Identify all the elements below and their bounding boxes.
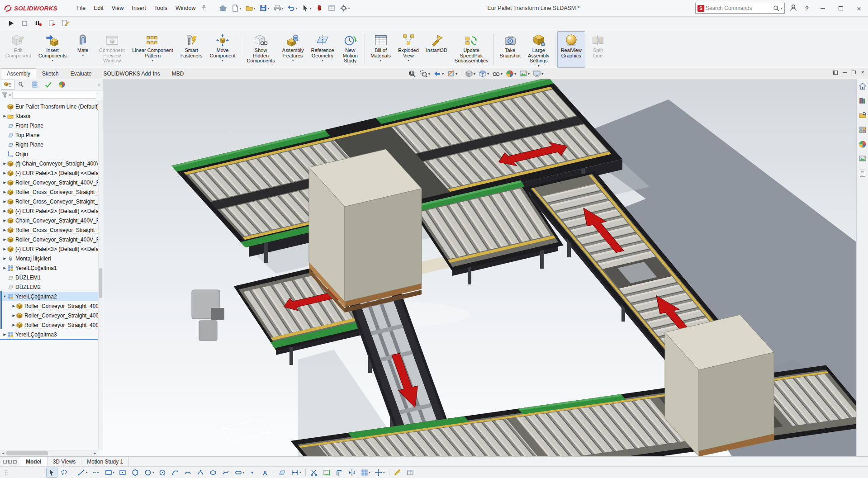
task-pane-tab[interactable] — [859, 140, 867, 150]
dropdown-caret-icon[interactable]: ▾ — [408, 59, 409, 62]
toolbar-button[interactable] — [346, 468, 358, 478]
3d-model-canvas[interactable] — [103, 79, 856, 456]
filter-funnel-icon[interactable] — [2, 92, 8, 98]
tree-item[interactable]: Front Plane — [0, 121, 98, 130]
tree-item[interactable]: ▶ YerelLÇoğaltma1 — [0, 263, 98, 273]
tree-item[interactable]: ▶ Roller_Cross_Conveyor_Straight_4 — [0, 225, 98, 235]
tree-item[interactable]: Right Plane — [0, 140, 98, 149]
ribbon-button[interactable]: Linear Component Pattern ▾ — [128, 31, 177, 68]
expand-arrow-icon[interactable]: ▶ — [2, 256, 7, 260]
toolbar-drag-handle[interactable] — [5, 469, 8, 476]
tree-item[interactable]: ▶ Roller_Conveyor_Straight_400 — [0, 320, 98, 330]
dropdown-caret-icon[interactable]: ▾ — [292, 59, 294, 62]
quick-tool-button[interactable]: ▾ — [244, 3, 257, 13]
tree-item[interactable]: ▶ (-) EUR Palet<1> (Default) <<Defa — [0, 168, 98, 178]
heads-up-button[interactable]: ▾ — [420, 70, 430, 78]
tree-item[interactable]: Top Plane — [0, 130, 98, 140]
scroll-left-arrow[interactable]: ◄ — [1, 451, 5, 455]
toolbar-button[interactable] — [59, 468, 70, 478]
tree-item[interactable]: ▶ Klasör — [0, 111, 98, 121]
dropdown-caret-icon[interactable]: ▾ — [514, 72, 516, 76]
account-icon[interactable] — [788, 4, 798, 13]
heads-up-button[interactable]: ▾ — [447, 70, 457, 78]
macro-button[interactable] — [62, 19, 69, 27]
dropdown-caret-icon[interactable]: ▾ — [348, 6, 350, 10]
minimize-button[interactable] — [816, 2, 830, 14]
expand-arrow-icon[interactable]: ▶ — [2, 171, 7, 175]
toolbar-button[interactable] — [305, 469, 306, 476]
dropdown-caret-icon[interactable]: ▾ — [310, 6, 312, 10]
quick-tool-button[interactable]: ▾ — [272, 3, 285, 13]
toolbar-button[interactable] — [90, 468, 102, 478]
dropdown-caret-icon[interactable]: ▾ — [240, 6, 242, 10]
document-tab[interactable]: Model — [20, 457, 47, 466]
heads-up-button[interactable]: ▾ — [479, 70, 489, 78]
heads-up-button[interactable] — [461, 70, 461, 77]
split-pane-icon[interactable] — [3, 460, 7, 464]
tree-item[interactable]: ▶ (f) Chain_Conveyor_Straight_400V — [0, 159, 98, 168]
macro-button[interactable] — [7, 19, 15, 27]
document-tab[interactable]: Motion Study 1 — [81, 457, 129, 466]
quick-tool-button[interactable] — [314, 3, 325, 13]
toolbar-button[interactable]: ▾ — [289, 468, 303, 478]
expand-arrow-icon[interactable]: ▶ — [2, 266, 7, 270]
ribbon-button[interactable]: Assembly Features ▾ — [279, 31, 308, 68]
toolbar-button[interactable] — [308, 468, 320, 478]
tree-item[interactable]: DÜZLEM2 — [0, 282, 98, 292]
toolbar-button[interactable] — [277, 468, 288, 478]
toolbar-button[interactable] — [274, 469, 274, 476]
ribbon-button[interactable] — [555, 34, 555, 65]
tree-item[interactable]: ▼ YerelLÇoğaltma2 — [0, 292, 98, 301]
toolbar-button[interactable] — [195, 468, 206, 478]
toolbar-button[interactable] — [260, 468, 271, 478]
doc-close-icon[interactable]: × — [861, 70, 864, 75]
filter-field[interactable] — [12, 92, 96, 99]
dropdown-caret-icon[interactable]: ▾ — [474, 72, 475, 76]
expand-arrow-icon[interactable]: ▶ — [11, 313, 16, 317]
tree-item[interactable]: ▶ Roller_Cross_Conveyor_Straight_4 — [0, 197, 98, 206]
ribbon-button[interactable]: Take Snapshot — [496, 31, 524, 68]
toolbar-button[interactable]: ▾ — [76, 468, 89, 478]
ribbon-button[interactable]: Bill of Materials ▾ — [367, 31, 394, 68]
search-input[interactable] — [706, 5, 772, 11]
panel-tab[interactable] — [42, 80, 55, 90]
task-pane-tab[interactable] — [859, 155, 867, 165]
toolbar-button[interactable] — [73, 469, 73, 476]
quick-tool-button[interactable]: ▾ — [258, 3, 271, 13]
tree-vertical-scrollbar[interactable] — [98, 101, 103, 450]
ribbon-button[interactable]: Insert Components ▾ — [35, 31, 70, 68]
tree-item[interactable]: ▶ YerelLÇoğaltma3 — [0, 330, 98, 339]
toolbar-button[interactable]: ▾ — [103, 468, 116, 478]
tree-item[interactable]: ▶ Roller_Conveyor_Straight_400 — [0, 301, 98, 311]
macro-button[interactable] — [34, 19, 42, 27]
dropdown-caret-icon[interactable]: ▾ — [528, 72, 530, 76]
expand-arrow-icon[interactable]: ▶ — [2, 218, 7, 222]
tree-item[interactable]: Orijin — [0, 149, 98, 159]
ribbon-button[interactable]: Update SpeedPak Subassemblies — [451, 31, 492, 68]
ribbon-button[interactable]: RealView Graphics — [557, 31, 585, 68]
menu-item[interactable]: Window — [171, 3, 199, 13]
toolbar-button[interactable] — [130, 468, 141, 478]
panel-tab[interactable] — [14, 80, 28, 90]
dropdown-caret-icon[interactable]: ▾ — [428, 72, 430, 76]
macro-button[interactable] — [48, 19, 56, 27]
task-pane-tab[interactable] — [859, 82, 867, 92]
command-tab[interactable]: MBD — [166, 68, 190, 79]
command-tab[interactable]: SOLIDWORKS Add-Ins — [97, 68, 166, 79]
dropdown-caret-icon[interactable]: ▾ — [82, 54, 84, 57]
search-caret-icon[interactable]: ▾ — [781, 6, 783, 10]
dropdown-caret-icon[interactable]: ▾ — [152, 59, 153, 62]
ribbon-button[interactable]: Component Preview Window — [95, 31, 128, 68]
toolbar-button[interactable] — [157, 468, 168, 478]
dropdown-caret-icon[interactable]: ▾ — [268, 6, 270, 10]
quick-tool-button[interactable]: ▾ — [338, 3, 351, 13]
dropdown-caret-icon[interactable]: ▾ — [254, 6, 256, 10]
ribbon-button[interactable]: Mate ▾ — [70, 31, 95, 68]
task-pane-tab[interactable] — [859, 126, 867, 136]
menu-item[interactable]: Tools — [150, 3, 171, 13]
panel-tab[interactable] — [28, 80, 42, 90]
expand-arrow-icon[interactable]: ▶ — [2, 161, 7, 166]
toolbar-button[interactable] — [46, 468, 57, 478]
heads-up-button[interactable]: ▾ — [519, 70, 530, 78]
expand-arrow-icon[interactable]: ▶ — [2, 237, 7, 241]
